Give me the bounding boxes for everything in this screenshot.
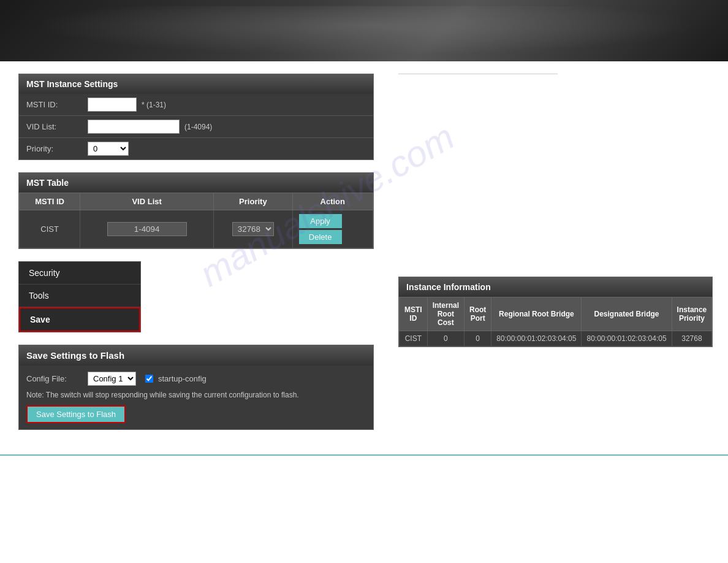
vid-list-cell-input[interactable] (107, 222, 187, 236)
sidebar-menu: Security Tools Save (18, 261, 141, 332)
cell-action: Apply Delete (292, 210, 373, 248)
cell-msti-id: CIST (20, 210, 80, 248)
save-settings-title: Save Settings to Flash (19, 345, 373, 366)
vid-list-row: VID List: (1-4094) (19, 116, 373, 138)
config-file-label: Config File: (26, 374, 88, 383)
startup-config-checkbox[interactable] (145, 375, 153, 383)
sidebar-item-save[interactable]: Save (19, 307, 140, 332)
sidebar-item-security[interactable]: Security (19, 262, 140, 285)
col-regional-root-bridge: Regional Root Bridge (491, 297, 582, 331)
col-msti-id-inst: MSTI ID (400, 297, 428, 331)
top-right-line (398, 74, 558, 74)
msti-id-label: MSTI ID: (26, 100, 88, 109)
mst-instance-panel: MST Instance Settings MSTI ID: * (1-31) … (18, 74, 374, 160)
instance-table-row: CIST 0 0 80:00:00:01:02:03:04:05 80:00:0… (400, 331, 712, 347)
priority-label: Priority: (26, 144, 88, 153)
col-root-port: Root Port (464, 297, 491, 331)
priority-cell-select[interactable]: 32768 (232, 222, 274, 236)
priority-row: Priority: 0 4096 8192 32768 (19, 138, 373, 159)
save-note: Note: The switch will stop responding wh… (26, 391, 366, 399)
inst-root-port: 0 (464, 331, 491, 347)
sidebar-item-tools[interactable]: Tools (19, 285, 140, 307)
col-designated-bridge: Designated Bridge (582, 297, 672, 331)
mst-table-panel: MST Table MSTI ID VID List Priority Acti… (18, 172, 374, 249)
vid-list-input[interactable] (88, 120, 180, 134)
save-settings-body: Config File: Config 1 Config 2 startup-c… (19, 366, 373, 429)
header-banner (0, 0, 728, 61)
inst-designated-bridge: 80:00:00:01:02:03:04:05 (582, 331, 672, 347)
instance-info-title: Instance Information (399, 277, 712, 297)
inst-instance-priority: 32768 (672, 331, 712, 347)
mst-table-title: MST Table (19, 173, 373, 193)
mst-instance-body: MSTI ID: * (1-31) VID List: (1-4094) Pri… (19, 94, 373, 159)
mst-table: MSTI ID VID List Priority Action CIST (19, 193, 373, 248)
mst-table-body: MSTI ID VID List Priority Action CIST (19, 193, 373, 248)
vid-list-label: VID List: (26, 122, 88, 131)
instance-info-panel: Instance Information MSTI ID Internal Ro… (398, 277, 713, 347)
mst-instance-title: MST Instance Settings (19, 74, 373, 94)
right-column: Instance Information MSTI ID Internal Ro… (398, 74, 713, 430)
startup-config-label: startup-config (158, 374, 207, 383)
msti-id-row: MSTI ID: * (1-31) (19, 94, 373, 116)
table-row: CIST 32768 Apply Delete (20, 210, 373, 248)
cell-priority: 32768 (214, 210, 292, 248)
msti-id-hint: * (1-31) (142, 101, 166, 109)
delete-button[interactable]: Delete (299, 230, 342, 244)
priority-select[interactable]: 0 4096 8192 32768 (88, 142, 129, 156)
vid-list-hint: (1-4094) (184, 123, 212, 131)
inst-regional-root-bridge: 80:00:00:01:02:03:04:05 (491, 331, 582, 347)
save-flash-button[interactable]: Save Settings to Flash (26, 405, 126, 423)
left-column: MST Instance Settings MSTI ID: * (1-31) … (18, 74, 374, 430)
inst-internal-root-cost: 0 (427, 331, 464, 347)
msti-id-input[interactable] (88, 98, 137, 112)
inst-msti-id: CIST (400, 331, 428, 347)
col-internal-root-cost: Internal Root Cost (427, 297, 464, 331)
col-priority: Priority (214, 193, 292, 210)
footer-line (0, 454, 728, 456)
apply-button[interactable]: Apply (299, 214, 342, 228)
cell-vid-list (80, 210, 214, 248)
config-file-row: Config File: Config 1 Config 2 startup-c… (26, 372, 366, 386)
config-file-select[interactable]: Config 1 Config 2 (88, 372, 136, 386)
save-settings-panel: Save Settings to Flash Config File: Conf… (18, 345, 374, 430)
col-vid-list: VID List (80, 193, 214, 210)
col-msti-id: MSTI ID (20, 193, 80, 210)
col-instance-priority: Instance Priority (672, 297, 712, 331)
col-action: Action (292, 193, 373, 210)
instance-table: MSTI ID Internal Root Cost Root Port Reg… (399, 297, 712, 347)
